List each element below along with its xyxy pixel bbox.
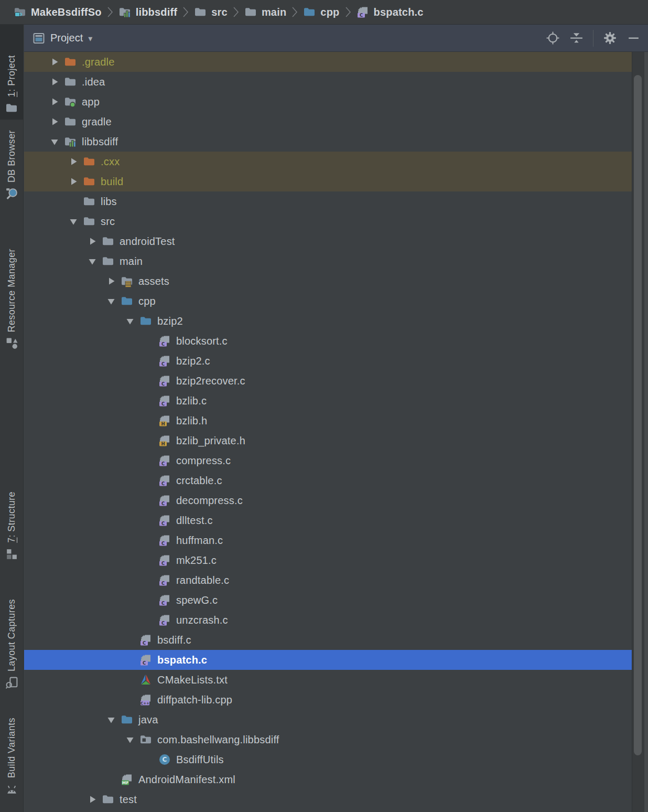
chevron-collapsed-icon[interactable]	[64, 156, 83, 167]
tree-row-unzcrash.c[interactable]: Cunzcrash.c	[24, 610, 632, 630]
project-icon	[14, 6, 26, 18]
tree-row-spewG.c[interactable]: CspewG.c	[24, 590, 632, 610]
collapse-all-button[interactable]	[569, 31, 584, 45]
tree-row-bzlib.c[interactable]: Cbzlib.c	[24, 391, 632, 411]
file-c-icon: C	[158, 394, 171, 407]
sidebar-tab-build-variants[interactable]: Build Variants	[0, 707, 23, 801]
breadcrumb-item-MakeBsdiffSo[interactable]: MakeBsdiffSo	[14, 6, 102, 18]
svg-text:C: C	[161, 341, 165, 347]
file-c-icon: C	[158, 574, 171, 586]
tree-row-gradle[interactable]: gradle	[24, 112, 632, 132]
locate-button[interactable]	[546, 31, 560, 45]
breadcrumb-item-libbsdiff[interactable]: libbsdiff	[118, 6, 178, 18]
folder-gray-icon	[83, 195, 95, 208]
sidebar-tab-label: 7: Structure	[6, 492, 17, 543]
tree-row-cpp[interactable]: cpp	[24, 291, 632, 311]
chevron-expanded-icon[interactable]	[83, 255, 102, 267]
tree-row-.cxx[interactable]: .cxx	[24, 152, 632, 172]
tree-row-app[interactable]: app	[24, 92, 632, 112]
file-c-icon: C	[158, 474, 171, 487]
tree-row-decompress.c[interactable]: Cdecompress.c	[24, 490, 632, 510]
resource-manager-icon	[5, 337, 18, 350]
breadcrumb-item-bspatch.c[interactable]: Cbspatch.c	[357, 6, 424, 18]
sidebar-tab-resource-manager[interactable]: Resource Manager	[0, 221, 23, 355]
breadcrumb-separator-icon	[232, 5, 240, 19]
folder-gray-icon	[64, 115, 77, 128]
breadcrumb-separator-icon	[344, 5, 352, 19]
hide-button[interactable]	[627, 31, 641, 45]
chevron-down-icon[interactable]: ▾	[88, 33, 92, 44]
sidebar-tab-layout-captures[interactable]: Layout Captures	[0, 573, 23, 695]
chevron-collapsed-icon[interactable]	[102, 275, 121, 287]
tree-row-bspatch.c[interactable]: Cbspatch.c	[24, 650, 632, 670]
breadcrumb-item-main[interactable]: main	[244, 6, 286, 18]
chevron-expanded-icon[interactable]	[45, 136, 64, 147]
file-c-icon: C	[158, 454, 171, 467]
tree-row-libbsdiff[interactable]: libbsdiff	[24, 132, 632, 152]
tree-row-label: bzlib_private.h	[176, 435, 245, 447]
folder-gray-icon	[102, 793, 114, 806]
panel-splitter[interactable]	[644, 52, 648, 812]
chevron-expanded-icon[interactable]	[121, 734, 139, 745]
chevron-collapsed-icon[interactable]	[45, 56, 64, 68]
tree-row-blocksort.c[interactable]: Cblocksort.c	[24, 331, 632, 351]
tree-row-huffman.c[interactable]: Chuffman.c	[24, 530, 632, 550]
tree-row-mk251.c[interactable]: Cmk251.c	[24, 550, 632, 570]
tree-row-bzlib.h[interactable]: Hbzlib.h	[24, 411, 632, 431]
chevron-expanded-icon[interactable]	[102, 714, 121, 725]
scrollbar-thumb[interactable]	[634, 75, 642, 755]
project-view-icon	[33, 32, 45, 45]
tree-row-BsdiffUtils[interactable]: CBsdiffUtils	[24, 750, 632, 770]
tree-row-bzlib_private.h[interactable]: Hbzlib_private.h	[24, 431, 632, 451]
sidebar-tab-project[interactable]: 1: Project	[0, 25, 23, 120]
cmake-icon	[139, 674, 152, 686]
tree-row-label: spewG.c	[176, 594, 218, 606]
tree-row-assets[interactable]: assets	[24, 271, 632, 291]
panel-title: Project	[50, 32, 83, 44]
breadcrumb-item-src[interactable]: src	[194, 6, 228, 18]
tree-row-.idea[interactable]: .idea	[24, 72, 632, 92]
file-c-icon: C	[158, 335, 171, 347]
tree-row-crctable.c[interactable]: Ccrctable.c	[24, 471, 632, 490]
tree-row-bzip2recover.c[interactable]: Cbzip2recover.c	[24, 371, 632, 391]
tree-row-test[interactable]: test	[24, 789, 632, 809]
tree-row-bsdiff.c[interactable]: Cbsdiff.c	[24, 630, 632, 650]
tree-row-AndroidManifest.xml[interactable]: MFAndroidManifest.xml	[24, 770, 632, 789]
tree-row-src[interactable]: src	[24, 211, 632, 231]
tree-row-dlltest.c[interactable]: Cdlltest.c	[24, 510, 632, 530]
file-h-icon: H	[158, 434, 171, 447]
tree-row-java[interactable]: java	[24, 710, 632, 730]
tree-row-CMakeLists.txt[interactable]: CMakeLists.txt	[24, 670, 632, 690]
chevron-collapsed-icon[interactable]	[45, 76, 64, 88]
chevron-collapsed-icon[interactable]	[83, 794, 102, 805]
tree-row-libs[interactable]: libs	[24, 191, 632, 211]
tree-row-bzip2[interactable]: bzip2	[24, 311, 632, 331]
chevron-collapsed-icon[interactable]	[64, 176, 83, 187]
tree-row-com.bashellwang.libbsdiff[interactable]: com.bashellwang.libbsdiff	[24, 730, 632, 750]
tree-row-randtable.c[interactable]: Crandtable.c	[24, 570, 632, 590]
tree-row-bzip2.c[interactable]: Cbzip2.c	[24, 351, 632, 371]
tree-row-label: cpp	[138, 295, 156, 307]
chevron-collapsed-icon[interactable]	[83, 236, 102, 247]
svg-text:C: C	[163, 756, 167, 763]
folder-gray-icon	[194, 6, 207, 18]
sidebar-tab-db-browser[interactable]: DB Browser	[0, 122, 23, 206]
tree-row-.gradle[interactable]: .gradle	[24, 52, 632, 72]
settings-button[interactable]	[603, 31, 617, 45]
tree-row-build[interactable]: build	[24, 172, 632, 191]
chevron-expanded-icon[interactable]	[64, 216, 83, 227]
file-c-icon: C	[158, 355, 171, 367]
chevron-collapsed-icon[interactable]	[45, 116, 64, 127]
sidebar-tab-structure[interactable]: 7: Structure	[0, 471, 23, 566]
tree-row-compress.c[interactable]: Ccompress.c	[24, 451, 632, 471]
tree-row-label: build	[101, 176, 123, 188]
breadcrumb-label: MakeBsdiffSo	[31, 6, 102, 18]
tree-row-diffpatch-lib.cpp[interactable]: C++diffpatch-lib.cpp	[24, 690, 632, 710]
tree-row-androidTest[interactable]: androidTest	[24, 231, 632, 251]
chevron-expanded-icon[interactable]	[102, 295, 121, 307]
breadcrumb-item-cpp[interactable]: cpp	[303, 6, 339, 18]
chevron-expanded-icon[interactable]	[121, 315, 139, 327]
svg-text:H: H	[161, 441, 165, 446]
chevron-collapsed-icon[interactable]	[45, 96, 64, 108]
tree-row-main[interactable]: main	[24, 251, 632, 271]
